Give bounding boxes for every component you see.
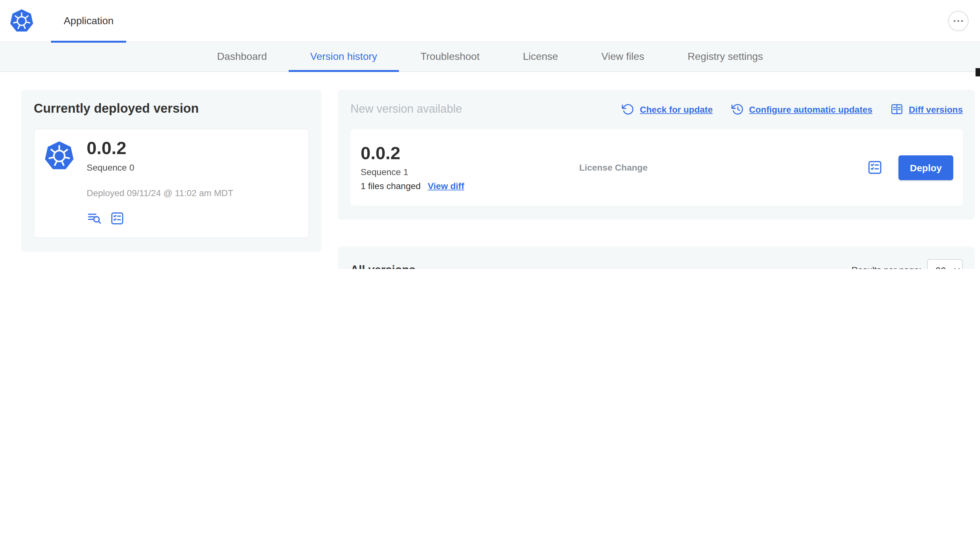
preflight-checks-button[interactable] [867,159,883,176]
top-bar: Application [0,0,980,42]
main-content: Currently deployed version [0,72,980,269]
deploy-button[interactable]: Deploy [899,155,953,180]
new-version-card: 0.0.2 Sequence 1 1 files changed View di… [350,129,963,206]
nav-tab-registry-settings[interactable]: Registry settings [666,42,785,72]
all-versions-panel: All versions Results per page: 20 0.0.2 … [338,246,975,269]
current-sequence-label: Sequence 0 [87,162,233,173]
kubernetes-logo-icon [43,139,75,226]
app-title: Application [64,15,114,26]
rotate-ccw-icon [621,103,635,116]
sequence-label: Sequence 1 [361,167,579,177]
currently-deployed-panel: Currently deployed version [21,90,322,252]
app-nav: Dashboard Version history Troubleshoot L… [0,42,980,72]
results-per-page-label: Results per page: [852,265,921,269]
currently-deployed-card: 0.0.2 Sequence 0 Deployed 09/11/24 @ 11:… [34,129,309,238]
ellipsis-icon [952,14,965,27]
nav-tab-license[interactable]: License [501,42,579,72]
preflight-checks-button[interactable] [110,211,125,226]
configure-automatic-updates-link[interactable]: Configure automatic updates [730,103,872,116]
deployed-timestamp: Deployed 09/11/24 @ 11:02 am MDT [87,188,233,198]
version-number: 0.0.2 [361,144,579,163]
overflow-menu-button[interactable] [948,11,969,31]
app-window: Application Dashboard Version history Tr… [0,0,980,269]
files-changed-label: 1 files changed [361,181,420,191]
tab-application[interactable]: Application [51,0,126,42]
nav-tab-view-files[interactable]: View files [580,42,666,72]
checklist-icon [867,159,883,176]
currently-deployed-title: Currently deployed version [34,101,309,116]
check-for-update-link[interactable]: Check for update [621,103,713,116]
diff-table-icon [890,103,904,116]
all-versions-title: All versions [350,263,415,269]
nav-tab-troubleshoot[interactable]: Troubleshoot [399,42,501,72]
results-per-page-select[interactable]: 20 [927,259,963,269]
current-version-number: 0.0.2 [87,139,233,159]
nav-tab-dashboard[interactable]: Dashboard [195,42,289,72]
clock-update-icon [730,103,744,116]
deploy-logs-button[interactable] [87,211,102,226]
right-column: New version available Check for update [338,90,975,269]
version-actions-links: Check for update Configure automatic upd… [621,103,963,116]
checklist-icon [110,211,125,226]
nav-tab-version-history[interactable]: Version history [289,42,399,72]
new-version-panel: New version available Check for update [338,90,975,220]
current-version-actions [87,211,233,226]
kubernetes-logo-icon [9,8,34,33]
scrollbar-thumb[interactable] [975,68,980,76]
diff-versions-link[interactable]: Diff versions [890,103,963,116]
deploy-logs-icon [87,211,102,226]
version-source-label: License Change [579,162,859,173]
view-diff-link[interactable]: View diff [428,181,464,191]
new-version-title: New version available [350,103,462,116]
